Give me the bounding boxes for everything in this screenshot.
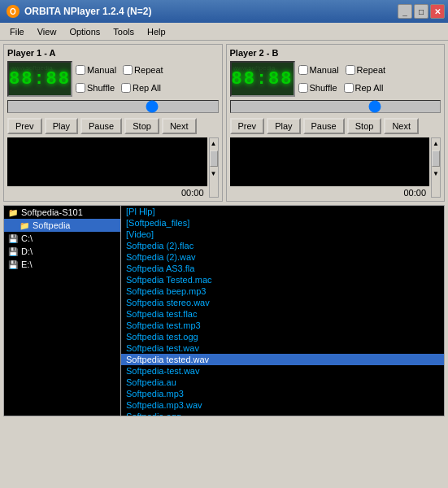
playlist-item[interactable]: Softpedia.ogg [121, 411, 444, 416]
app-icon: O [7, 5, 20, 18]
menu-view[interactable]: View [31, 25, 63, 38]
player1-pause-button[interactable]: Pause [80, 118, 122, 134]
tree-item-d[interactable]: 💾 D:\ [4, 245, 120, 258]
player2-repeat-checkbox[interactable] [346, 65, 355, 75]
player2-shuffle-checkbox[interactable] [298, 83, 308, 93]
player1-time: 00:00 [7, 188, 207, 198]
menu-help[interactable]: Help [141, 25, 172, 38]
drive-icon-e: 💾 [7, 259, 19, 270]
menu-options[interactable]: Options [63, 25, 107, 38]
title-bar: O ORBITA NPlayer 1.2.4 (N=2) _ □ ✕ [0, 0, 448, 23]
playlist-item[interactable]: Softpedia.mp3 [121, 388, 444, 399]
playlist-item[interactable]: Softpedia AS3.fla [121, 263, 444, 274]
player2-volume-slider[interactable] [230, 100, 441, 113]
playlist-item[interactable]: Softpedia beep.mp3 [121, 285, 444, 297]
player2-manual-label[interactable]: Manual [298, 65, 339, 75]
player1-prev-button[interactable]: Prev [7, 118, 42, 134]
maximize-button[interactable]: □ [414, 4, 428, 19]
close-button[interactable]: ✕ [430, 4, 445, 19]
player1-options-row1: Manual Repeat [76, 65, 163, 75]
player1-shuffle-checkbox[interactable] [76, 83, 85, 93]
player1-play-button[interactable]: Play [45, 118, 78, 134]
player1-transport: Prev Play Pause Stop Next [7, 118, 219, 134]
player1-display-area: 00:00 ▲ ▼ [7, 137, 219, 198]
player2-next-button[interactable]: Next [384, 118, 419, 134]
player1-scroll-thumb[interactable] [210, 150, 218, 167]
player2-black-area: 00:00 [230, 137, 430, 198]
folder-icon-softpedia: 📁 [19, 220, 30, 231]
player2-scroll-thumb[interactable] [432, 150, 440, 167]
player1-scrollbar[interactable]: ▲ ▼ [209, 137, 219, 198]
player1-repeat-checkbox[interactable] [123, 65, 133, 75]
player1-panel: Player 1 - A www.softpedia 88:88 Manual [3, 44, 223, 202]
tree-item-e[interactable]: 💾 E:\ [4, 258, 120, 271]
player1-manual-checkbox[interactable] [76, 65, 85, 75]
player1-options: Manual Repeat Shuffle [76, 61, 163, 97]
playlist-item[interactable]: Softpedia test.mp3 [121, 320, 444, 331]
player1-options-row2: Shuffle Rep All [76, 83, 163, 93]
playlist-item[interactable]: Softpedia test.ogg [121, 331, 444, 342]
player1-repeat-label[interactable]: Repeat [123, 65, 163, 75]
playlist-item[interactable]: Softpedia tested.wav [121, 354, 444, 365]
player1-volume-slider[interactable] [7, 100, 219, 113]
file-tree[interactable]: 📁 Softpedia-S101 📁 Softpedia 💾 C:\ 💾 D:\… [3, 205, 121, 416]
menu-file[interactable]: File [3, 25, 31, 38]
player1-next-button[interactable]: Next [162, 118, 197, 134]
player2-pause-button[interactable]: Pause [303, 118, 345, 134]
player1-title: Player 1 - A [7, 48, 219, 58]
player2-display: www.softpedia 88:88 [230, 61, 295, 97]
player2-digits: 88:88 [232, 69, 294, 89]
main-container: Player 1 - A www.softpedia 88:88 Manual [0, 41, 448, 420]
playlist-item[interactable]: [Video] [121, 229, 444, 240]
player2-repall-label[interactable]: Rep All [344, 83, 384, 93]
tree-item-c[interactable]: 💾 C:\ [4, 232, 120, 245]
tree-item-softpedia[interactable]: 📁 Softpedia [4, 219, 120, 232]
player2-prev-button[interactable]: Prev [230, 118, 265, 134]
player1-stop-button[interactable]: Stop [124, 118, 159, 134]
player2-options: Manual Repeat Shuffle [298, 61, 386, 97]
player1-shuffle-label[interactable]: Shuffle [76, 83, 115, 93]
player2-play-button[interactable]: Play [267, 118, 300, 134]
player1-repall-checkbox[interactable] [121, 83, 131, 93]
playlist-item[interactable]: Softpedia (2).wav [121, 251, 444, 263]
minimize-button[interactable]: _ [398, 4, 412, 19]
playlist-item[interactable]: Softpedia Tested.mac [121, 274, 444, 285]
playlist-item[interactable]: Softpedia test.wav [121, 342, 444, 354]
playlist-item[interactable]: Softpedia (2).flac [121, 240, 444, 251]
player2-stop-button[interactable]: Stop [347, 118, 382, 134]
tree-item-softpedia-s101[interactable]: 📁 Softpedia-S101 [4, 206, 120, 219]
player2-scrollbar[interactable]: ▲ ▼ [431, 137, 441, 198]
window-controls: _ □ ✕ [398, 4, 445, 19]
menu-tools[interactable]: Tools [107, 25, 141, 38]
playlist-item[interactable]: [Pl Hlp] [121, 206, 444, 217]
playlist-item[interactable]: Softpedia.mp3.wav [121, 399, 444, 411]
player2-shuffle-label[interactable]: Shuffle [298, 83, 337, 93]
player2-scroll-down[interactable]: ▼ [433, 168, 439, 179]
playlist-panel[interactable]: [Pl Hlp][Softpedia_files][Video]Softpedi… [121, 205, 445, 416]
playlist-item[interactable]: Softpedia test.flac [121, 308, 444, 320]
player1-inner: www.softpedia 88:88 Manual Repeat [7, 61, 219, 97]
player1-video-display [7, 137, 207, 186]
player1-scroll-down[interactable]: ▼ [211, 168, 217, 179]
playlist-item[interactable]: [Softpedia_files] [121, 217, 444, 229]
player2-manual-checkbox[interactable] [298, 65, 308, 75]
player2-watermark: www.softpedia [233, 64, 276, 72]
player1-scroll-up[interactable]: ▲ [211, 138, 217, 149]
players-row: Player 1 - A www.softpedia 88:88 Manual [3, 44, 445, 202]
player1-repall-label[interactable]: Rep All [121, 83, 161, 93]
player2-display-area: 00:00 ▲ ▼ [230, 137, 441, 198]
player1-volume-row [7, 100, 219, 115]
player2-repeat-label[interactable]: Repeat [346, 65, 385, 75]
player2-time: 00:00 [230, 188, 430, 198]
bottom-section: 📁 Softpedia-S101 📁 Softpedia 💾 C:\ 💾 D:\… [3, 205, 445, 416]
playlist-item[interactable]: Softpedia.au [121, 377, 444, 388]
player1-manual-label[interactable]: Manual [76, 65, 116, 75]
drive-icon-c: 💾 [7, 233, 19, 244]
playlist-item[interactable]: Softpedia-test.wav [121, 365, 444, 377]
player2-title: Player 2 - B [230, 48, 441, 58]
player2-panel: Player 2 - B www.softpedia 88:88 Manual [226, 44, 446, 202]
player2-scroll-up[interactable]: ▲ [433, 138, 439, 149]
player2-repall-checkbox[interactable] [344, 83, 354, 93]
player2-options-row2: Shuffle Rep All [298, 83, 386, 93]
playlist-item[interactable]: Softpedia stereo.wav [121, 297, 444, 308]
